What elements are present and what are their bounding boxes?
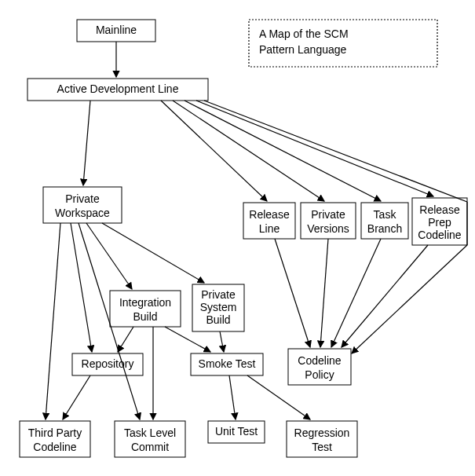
label-smoke-test: Smoke Test <box>199 357 256 370</box>
label-task-level-commit-2: Commit <box>131 441 169 453</box>
label-release-line-1: Release <box>249 208 290 221</box>
edge-pw-repository <box>71 223 92 352</box>
label-integration-build-1: Integration <box>119 296 171 309</box>
scm-diagram: A Map of the SCM Pattern Language Mainli… <box>0 0 475 476</box>
edge-releaseline-codelinepolicy <box>275 239 310 347</box>
label-unit-test: Unit Test <box>215 425 258 438</box>
label-private-system-build-1: Private <box>201 288 236 301</box>
label-active-dev-line: Active Development Line <box>57 82 179 95</box>
title-line1: A Map of the SCM <box>259 27 349 40</box>
label-private-workspace-2: Workspace <box>55 207 110 219</box>
edge-activedev-privateversions <box>173 101 324 201</box>
label-repository: Repository <box>82 357 134 370</box>
label-release-prep-3: Codeline <box>418 229 461 241</box>
edge-pw-thirdparty <box>46 223 60 419</box>
label-release-line-2: Line <box>259 222 280 235</box>
edge-activedev-privateworkspace <box>83 101 90 185</box>
label-codeline-policy-1: Codeline <box>298 354 341 367</box>
edge-smoketest-unittest <box>229 375 236 419</box>
edge-activedev-codelinepolicy-3 <box>352 245 467 353</box>
label-private-workspace-1: Private <box>65 192 100 205</box>
label-regression-test-1: Regression <box>294 427 350 439</box>
label-mainline: Mainline <box>96 24 137 36</box>
edge-taskbranch-codelinepolicy <box>331 239 381 347</box>
label-private-system-build-2: System <box>200 301 237 313</box>
label-private-versions-1: Private <box>311 208 345 221</box>
label-private-system-build-3: Build <box>206 313 230 326</box>
label-integration-build-2: Build <box>133 310 157 323</box>
label-task-branch-1: Task <box>374 208 397 221</box>
title-line2: Pattern Language <box>259 43 347 56</box>
label-regression-test-2: Test <box>312 441 332 453</box>
edge-activedev-codelinepolicy <box>204 101 467 202</box>
label-codeline-policy-2: Policy <box>305 368 334 381</box>
label-task-level-commit-1: Task Level <box>124 427 176 439</box>
edge-pw-privatesystem <box>102 223 204 283</box>
label-third-party-2: Codeline <box>33 441 76 453</box>
label-private-versions-2: Versions <box>307 222 349 235</box>
label-release-prep-2: Prep <box>428 216 451 229</box>
edge-pw-integration <box>86 223 132 289</box>
edge-privateversions-codelinepolicy <box>320 239 328 347</box>
edge-repository-thirdparty <box>63 375 90 419</box>
edge-activedev-releaseprep <box>196 101 433 196</box>
label-release-prep-1: Release <box>419 203 460 216</box>
label-third-party-1: Third Party <box>28 427 82 439</box>
label-task-branch-2: Branch <box>367 222 402 235</box>
edge-privatesystem-smoketest <box>220 331 224 352</box>
edge-integration-repository <box>118 327 133 352</box>
